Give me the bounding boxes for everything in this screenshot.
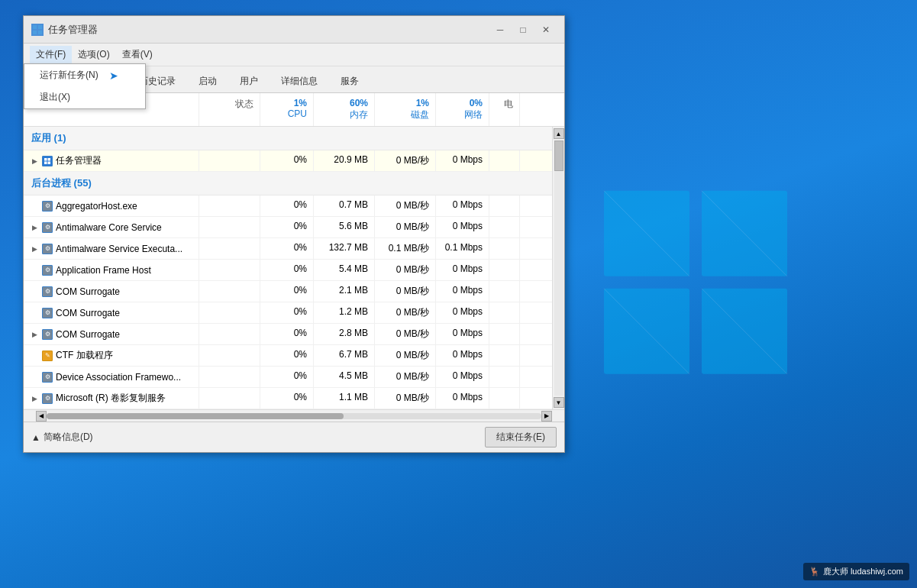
process-list[interactable]: 应用 (1) ▶ 任务管理器 0% 20.9 MB 0 MB/秒 0 Mbps … [24,127,552,409]
tab-users[interactable]: 用户 [228,69,270,92]
window-title: 任务管理器 [48,23,98,37]
process-name-cell: ▶ ✎ CTF 加载程序 [24,345,199,366]
process-icon: ⚙ [42,201,53,212]
table-row[interactable]: ▶ ⚙ COM Surrogate 0% 2.1 MB 0 MB/秒 0 Mbp… [24,281,552,302]
tab-startup[interactable]: 启动 [187,69,228,92]
process-icon: ⚙ [42,372,53,383]
col-cpu[interactable]: 1% CPU [260,93,314,126]
window-icon [31,24,44,36]
svg-rect-12 [44,158,47,161]
process-name-label: Microsoft (R) 卷影复制服务 [56,392,166,405]
exit-item[interactable]: 退出(X) [24,86,145,108]
process-name-cell: ▶ 任务管理器 [24,150,199,171]
net-cell: 0 Mbps [436,150,489,171]
horizontal-scrollbar[interactable]: ◀ ▶ [24,409,564,422]
status-bar: ▲ 简略信息(D) 结束任务(E) [24,422,564,452]
menu-view[interactable]: 查看(V) [116,46,159,63]
scroll-thumb[interactable] [554,141,563,171]
power-cell [489,150,520,171]
file-dropdown: 运行新任务(N) ➤ 退出(X) [24,63,146,109]
col-network[interactable]: 0% 网络 [436,93,489,126]
process-name-cell: ▶ ⚙ Antimalware Service Executa... [24,238,199,259]
svg-rect-13 [48,158,51,161]
process-name-label: AggregatorHost.exe [56,201,137,212]
scroll-up-button[interactable]: ▲ [554,128,564,139]
summary-button[interactable]: ▲ 简略信息(D) [31,431,93,444]
table-row[interactable]: ▶ ⚙ Antimalware Service Executa... 0% 13… [24,238,552,260]
process-name-cell: ▶ ⚙ Application Frame Host [24,260,199,280]
process-name-label: Application Frame Host [56,265,151,276]
run-new-task-item[interactable]: 运行新任务(N) ➤ [24,64,145,86]
process-name-label: COM Surrogate [56,286,120,297]
process-name-cell: ▶ ⚙ AggregatorHost.exe [24,195,199,216]
menu-file[interactable]: 文件(F) [30,46,72,63]
process-name-cell: ▶ ⚙ COM Surrogate [24,281,199,302]
process-name-cell: ▶ ⚙ COM Surrogate [24,324,199,344]
process-name-label: COM Surrogate [56,308,120,318]
expand-icon[interactable]: ▶ [30,394,39,403]
tab-details[interactable]: 详细信息 [270,69,329,92]
process-list-container: 应用 (1) ▶ 任务管理器 0% 20.9 MB 0 MB/秒 0 Mbps … [24,127,564,409]
process-icon: ⚙ [42,393,53,404]
process-icon: ⚙ [42,222,53,233]
windows-logo [596,183,795,385]
svg-rect-8 [33,25,37,29]
expand-icon[interactable]: ▶ [30,330,39,339]
svg-rect-9 [38,25,42,29]
process-name-cell: ▶ ⚙ COM Surrogate [24,302,199,323]
disk-cell: 0 MB/秒 [375,150,436,171]
process-name-cell: ▶ ⚙ Device Association Framewo... [24,367,199,387]
table-row[interactable]: ▶ ⚙ Device Association Framewo... 0% 4.5… [24,367,552,388]
process-icon: ⚙ [42,329,53,340]
dropdown-arrow-icon: ➤ [109,69,118,82]
scroll-down-button[interactable]: ▼ [554,397,564,408]
process-icon: ⚙ [42,244,53,254]
scroll-thumb-horizontal[interactable] [47,413,344,419]
svg-rect-10 [33,31,37,34]
process-icon: ⚙ [42,308,53,318]
close-button[interactable]: ✕ [535,22,557,37]
process-icon: ✎ [42,351,53,361]
expand-icon[interactable]: ▶ [30,244,39,254]
process-name-cell: ▶ ⚙ Antimalware Core Service [24,217,199,237]
scroll-track[interactable] [554,141,563,396]
process-name-label: Antimalware Service Executa... [56,244,182,254]
scroll-right-button[interactable]: ▶ [541,411,552,422]
section-background: 后台进程 (55) [24,172,552,195]
process-name-label: Device Association Framewo... [56,372,181,383]
table-row[interactable]: ▶ ⚙ COM Surrogate 0% 1.2 MB 0 MB/秒 0 Mbp… [24,302,552,324]
table-row[interactable]: ▶ 任务管理器 0% 20.9 MB 0 MB/秒 0 Mbps [24,150,552,172]
process-name-label: COM Surrogate [56,329,120,340]
mem-cell: 20.9 MB [314,150,375,171]
menu-options[interactable]: 选项(O) [72,46,115,63]
title-bar-controls: ─ □ ✕ [489,22,557,37]
svg-rect-15 [48,161,51,164]
table-row[interactable]: ▶ ⚙ COM Surrogate 0% 2.8 MB 0 MB/秒 0 Mbp… [24,324,552,345]
maximize-button[interactable]: □ [512,22,534,37]
end-task-button[interactable]: 结束任务(E) [485,427,557,447]
process-icon: ⚙ [42,286,53,297]
collapse-icon: ▲ [31,432,40,443]
scroll-left-button[interactable]: ◀ [36,411,47,422]
expand-icon[interactable]: ▶ [30,157,39,166]
process-icon: ⚙ [42,265,53,276]
table-row[interactable]: ▶ ⚙ Antimalware Core Service 0% 5.6 MB 0… [24,217,552,238]
table-row[interactable]: ▶ ⚙ Microsoft (R) 卷影复制服务 0% 1.1 MB 0 MB/… [24,388,552,409]
vertical-scrollbar[interactable]: ▲ ▼ [552,127,564,409]
table-row[interactable]: ▶ ✎ CTF 加载程序 0% 6.7 MB 0 MB/秒 0 Mbps [24,345,552,367]
col-power: 电 [489,93,520,126]
section-apps: 应用 (1) [24,127,552,150]
svg-rect-14 [44,161,47,164]
process-icon [42,156,53,166]
svg-rect-11 [38,31,42,34]
expand-icon[interactable]: ▶ [30,223,39,232]
table-row[interactable]: ▶ ⚙ Application Frame Host 0% 5.4 MB 0 M… [24,260,552,281]
minimize-button[interactable]: ─ [489,22,511,37]
col-memory[interactable]: 60% 内存 [314,93,375,126]
tab-services[interactable]: 服务 [329,69,370,92]
cpu-cell: 0% [260,150,314,171]
col-disk[interactable]: 1% 磁盘 [375,93,436,126]
scroll-track-horizontal[interactable] [47,413,541,419]
title-bar-left: 任务管理器 [31,23,98,37]
table-row[interactable]: ▶ ⚙ AggregatorHost.exe 0% 0.7 MB 0 MB/秒 … [24,195,552,217]
